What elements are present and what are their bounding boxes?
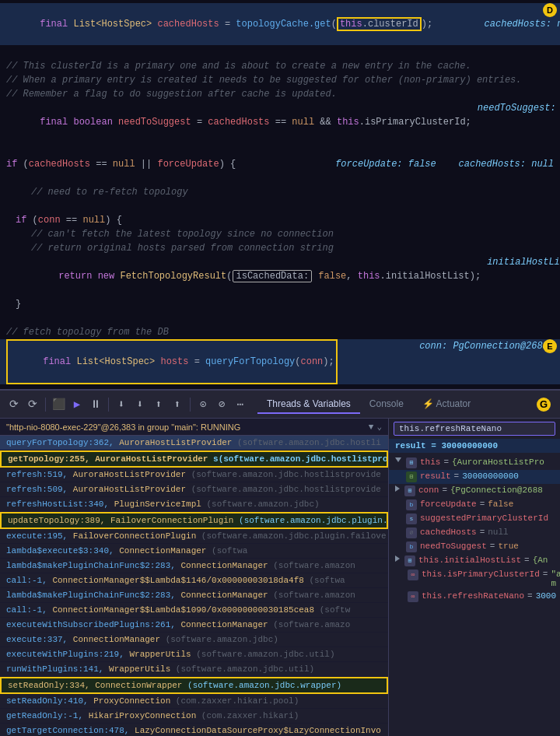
var-item-suggestedPrimary[interactable]: s suggestedPrimaryClusterId — [389, 512, 560, 526]
expand-icon-conn — [395, 485, 400, 492]
toolbar-separator-2 — [108, 398, 109, 412]
code-blank-2 — [0, 143, 560, 157]
code-if-conn: if (conn == null) { — [0, 213, 560, 227]
right-panel: result = 30000000000 ⊞ this = {AuroraHos… — [389, 419, 560, 736]
code-comment-4: // can't fetch the latest topology since… — [0, 227, 560, 241]
thread-header: "http-nio-8080-exec-229"@26,383 in group… — [0, 419, 388, 436]
stack-frame-14[interactable]: executeWithPlugins:219, WrapperUtils (so… — [0, 647, 388, 662]
code-line-E: final List<HostSpec> hosts = queryForTop… — [0, 339, 560, 384]
type-badge-refreshRate: ∞ — [408, 591, 418, 602]
var-item-result[interactable]: ⊟ result = 30000000000 — [389, 470, 560, 484]
icon-resume[interactable]: ▶ — [69, 397, 85, 412]
dropdown-icon[interactable]: ⌄ — [376, 422, 382, 432]
stack-frame-9[interactable]: call:-1, ConnectionManager$$Lambda$1146/… — [0, 573, 388, 588]
icon-stop[interactable]: ⬛ — [51, 397, 66, 412]
icon-reload[interactable]: ⟳ — [25, 397, 40, 412]
icon-step-out[interactable]: ⬆ — [151, 397, 166, 412]
var-item-isPrimary[interactable]: ∞ this.isPrimaryClusterId = "ant-m — [389, 568, 560, 590]
label-G: G — [537, 398, 551, 412]
toolbar-separator-1 — [45, 398, 46, 412]
code-comment-5: // return original hosts parsed from con… — [0, 241, 560, 255]
var-item-refreshRateNano[interactable]: ∞ this.refreshRateNano = 3000 — [389, 590, 560, 604]
toolbar-separator-3 — [190, 398, 191, 412]
type-badge-suggested: s — [406, 513, 417, 524]
code-comment-refetch: // need to re-fetch topology — [0, 185, 560, 199]
icon-step-into[interactable]: ⬇ — [132, 397, 148, 412]
tab-actuator[interactable]: ⚡ Actuator — [413, 395, 480, 414]
stack-frame-10[interactable]: lambda$makePluginChainFunc$2:283, Connec… — [0, 588, 388, 603]
code-blank-5 — [0, 311, 560, 325]
type-badge-result: ⊟ — [406, 471, 417, 482]
code-content: final List<HostSpec> cachedHosts = topol… — [6, 3, 432, 45]
stack-frame-5[interactable]: updateTopology:389, FailoverConnectionPl… — [0, 512, 388, 529]
var-item-needToSuggest[interactable]: b needToSuggest = true — [389, 540, 560, 554]
variable-list: ⊞ this = {AuroraHostListPro ⊟ result = 3… — [389, 454, 560, 736]
debugger-content: "http-nio-8080-exec-229"@26,383 in group… — [0, 419, 560, 736]
var-item-cachedHosts[interactable]: ∅ cachedHosts = null — [389, 526, 560, 540]
stack-frame-15[interactable]: runWithPlugins:141, WrapperUtils (softwa… — [0, 662, 388, 677]
code-comment-fetch: // fetch topology from the DB — [0, 325, 560, 339]
code-return-1: return new FetchTopologyResult(isCachedD… — [0, 255, 560, 297]
icon-more-1[interactable]: ⊙ — [195, 397, 211, 412]
icon-pause[interactable]: ⏸ — [88, 397, 103, 412]
type-badge-isPrimary: ∞ — [408, 570, 418, 580]
variable-search-input[interactable] — [394, 422, 555, 436]
type-badge-need: b — [406, 541, 417, 552]
thread-controls: ▼ ⌄ — [369, 422, 382, 432]
icon-step-over[interactable]: ⬇ — [114, 397, 129, 412]
expand-icon-initial — [395, 556, 400, 562]
icon-settings[interactable]: ⋯ — [233, 397, 248, 412]
filter-icon[interactable]: ▼ — [369, 422, 374, 432]
code-blank-6 — [0, 384, 560, 389]
stack-frame-1[interactable]: getTopology:255, AuroraHostListProvider … — [0, 450, 388, 468]
stack-frame-6[interactable]: execute:195, FailoverConnectionPlugin (s… — [0, 529, 388, 544]
code-comment-3: // Remember a flag to do suggestion afte… — [0, 87, 560, 101]
stack-frame-18[interactable]: getReadOnly:-1, HikariProxyConnection (c… — [0, 709, 388, 724]
stack-frame-12[interactable]: executeWithSubscribedPlugins:261, Connec… — [0, 618, 388, 633]
icon-step-back[interactable]: ⬆ — [170, 397, 185, 412]
left-panel: "http-nio-8080-exec-229"@26,383 in group… — [0, 419, 389, 736]
var-item-forceUpdate[interactable]: b forceUpdate = false — [389, 498, 560, 512]
code-brace-1: } — [0, 297, 560, 311]
tab-console[interactable]: Console — [360, 395, 413, 414]
debugger-panel: ⟳ ⟳ ⬛ ▶ ⏸ ⬇ ⬇ ⬆ ⬆ ⊙ ⊘ ⋯ Threads & Variab… — [0, 389, 560, 736]
code-line-blank — [0, 45, 560, 59]
tab-bar: Threads & Variables Console ⚡ Actuator — [251, 395, 534, 414]
stack-frame-4[interactable]: refreshHostList:340, PluginServiceImpl (… — [0, 497, 388, 512]
code-editor: final List<HostSpec> cachedHosts = topol… — [0, 0, 560, 389]
label-E: E — [543, 339, 557, 353]
stack-list: queryForTopology:362, AuroraHostListProv… — [0, 436, 388, 736]
stack-frame-16[interactable]: setReadOnly:334, ConnectionWrapper (soft… — [0, 677, 388, 694]
stack-frame-13[interactable]: execute:337, ConnectionManager (software… — [0, 633, 388, 647]
icon-more-2[interactable]: ⊘ — [214, 397, 229, 412]
stack-frame-17[interactable]: setReadOnly:410, ProxyConnection (com.za… — [0, 694, 388, 709]
var-item-this[interactable]: ⊞ this = {AuroraHostListPro — [389, 456, 560, 470]
code-blank-4 — [0, 199, 560, 213]
stack-frame-3[interactable]: refresh:509, AuroraHostListProvider (sof… — [0, 482, 388, 497]
var-item-conn[interactable]: ⊞ conn = {PgConnection@2688 — [389, 484, 560, 498]
type-badge-conn: ⊞ — [404, 485, 415, 496]
stack-frame-7[interactable]: lambda$execute$3:340, ConnectionManager … — [0, 544, 388, 559]
code-if-cachedHosts: if (cachedHosts == null || forceUpdate) … — [0, 157, 560, 171]
icon-restart[interactable]: ⟳ — [6, 397, 22, 412]
tab-threads-variables[interactable]: Threads & Variables — [257, 395, 360, 414]
type-badge-initial: ⊞ — [404, 556, 415, 566]
stack-frame-2[interactable]: refresh:519, AuroraHostListProvider (sof… — [0, 468, 388, 482]
stack-frame-19[interactable]: getTargetConnection:478, LazyConnectionD… — [0, 724, 388, 736]
variable-result: result = 30000000000 — [389, 439, 560, 453]
code-blank-3 — [0, 171, 560, 185]
type-badge: ⊞ — [406, 457, 417, 468]
stack-frame-8[interactable]: lambda$makePluginChainFunc$2:283, Connec… — [0, 559, 388, 573]
stack-frame-11[interactable]: call:-1, ConnectionManager$$Lambda$1090/… — [0, 603, 388, 618]
debugger-toolbar: ⟳ ⟳ ⬛ ▶ ⏸ ⬇ ⬇ ⬆ ⬆ ⊙ ⊘ ⋯ Threads & Variab… — [0, 391, 560, 419]
code-line-needToSuggest: final boolean needToSuggest = cachedHost… — [0, 101, 560, 143]
label-D: D — [543, 3, 557, 17]
type-badge-cached: ∅ — [406, 527, 417, 538]
thread-title: "http-nio-8080-exec-229"@26,383 in group… — [6, 422, 240, 432]
type-badge-force: b — [406, 499, 417, 510]
var-item-initialHostList[interactable]: ⊞ this.initialHostList = {An — [389, 554, 560, 568]
stack-frame-0[interactable]: queryForTopology:362, AuroraHostListProv… — [0, 436, 388, 450]
code-line-1: final List<HostSpec> cachedHosts = topol… — [0, 3, 560, 45]
expand-icon — [395, 457, 401, 462]
code-comment-2: // When a primary entry is created it ne… — [0, 73, 560, 87]
